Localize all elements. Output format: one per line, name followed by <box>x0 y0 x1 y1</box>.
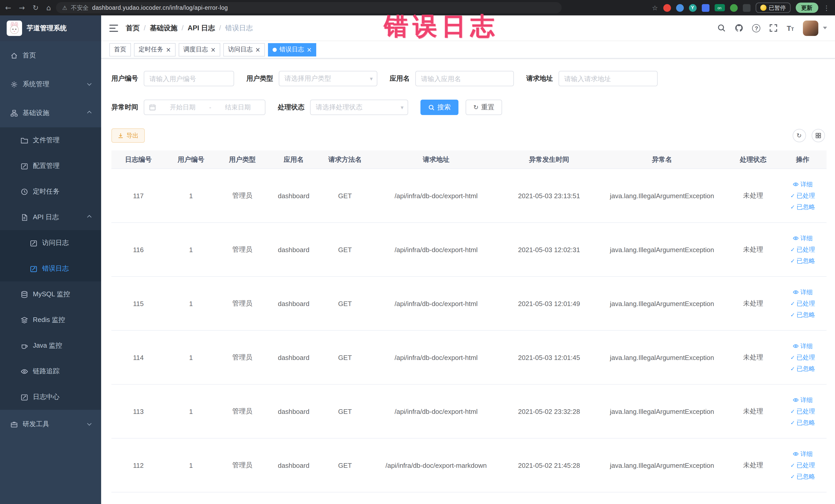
breadcrumb-home[interactable]: 首页 <box>126 23 140 33</box>
request-url-input[interactable] <box>558 71 658 86</box>
sidebar-item-link-tracing[interactable]: 链路追踪 <box>0 358 101 384</box>
mark-ignored-link[interactable]: ✓已忽略 <box>790 310 815 319</box>
reset-button[interactable]: ↻ 重置 <box>466 100 502 115</box>
sidebar-item-system-management[interactable]: 系统管理 <box>0 70 101 99</box>
browser-update-button[interactable]: 更新 <box>795 3 818 13</box>
check-icon: ✓ <box>790 258 795 264</box>
url-text: dashboard.yudao.iocoder.cn/infra/log/api… <box>92 5 228 11</box>
check-icon: ✓ <box>790 420 795 425</box>
extension-icon-on-switch[interactable]: on <box>714 4 725 11</box>
tab-home[interactable]: 首页 <box>109 43 131 56</box>
mark-ignored-link[interactable]: ✓已忽略 <box>790 257 815 265</box>
font-size-icon[interactable]: TT <box>787 24 794 32</box>
mark-processed-link[interactable]: ✓已处理 <box>790 299 815 308</box>
process-status-select[interactable]: 请选择处理状态 ▾ <box>310 100 408 115</box>
close-icon[interactable]: × <box>255 46 260 53</box>
sidebar-item-infrastructure[interactable]: 基础设施 <box>0 99 101 127</box>
mark-processed-link[interactable]: ✓已处理 <box>790 191 815 200</box>
tab-dispatch-logs[interactable]: 调度日志 × <box>179 43 220 56</box>
search-icon <box>428 104 435 110</box>
detail-link[interactable]: 详细 <box>793 396 813 404</box>
check-icon: ✓ <box>790 474 795 479</box>
extension-icon-blue-grid[interactable] <box>701 4 709 12</box>
close-icon[interactable]: × <box>166 46 171 53</box>
check-icon: ✓ <box>790 312 795 318</box>
page-content: 用户编号 用户类型 请选择用户类型 ▾ 应用名 <box>101 59 835 504</box>
detail-link[interactable]: 详细 <box>793 449 813 458</box>
detail-link[interactable]: 详细 <box>793 342 813 350</box>
help-icon[interactable]: ? <box>752 24 760 32</box>
browser-back-icon[interactable]: ← <box>5 4 11 12</box>
sidebar-item-error-logs[interactable]: 错误日志 <box>0 256 101 281</box>
sidebar-item-api-logs[interactable]: API 日志 <box>0 204 101 230</box>
eye-icon <box>793 235 799 241</box>
mark-ignored-link[interactable]: ✓已忽略 <box>790 203 815 211</box>
filter-label-user-type: 用户类型 <box>246 74 273 83</box>
sidebar-toggle-icon[interactable] <box>109 24 118 32</box>
sidebar-item-scheduled-jobs[interactable]: 定时任务 <box>0 179 101 204</box>
detail-link[interactable]: 详细 <box>793 180 813 189</box>
profile-paused-chip[interactable]: 已暂停 <box>755 3 790 13</box>
sidebar-item-java-monitor[interactable]: Java 监控 <box>0 333 101 358</box>
mark-processed-link[interactable]: ✓已处理 <box>790 461 815 469</box>
browser-menu-icon[interactable]: ⋮ <box>823 4 830 12</box>
breadcrumb-infrastructure[interactable]: 基础设施 <box>150 23 178 33</box>
address-bar[interactable]: ⚠ 不安全 dashboard.yudao.iocoder.cn/infra/l… <box>56 2 562 13</box>
sidebar-item-dev-tools[interactable]: 研发工具 <box>0 410 101 439</box>
tab-error-logs[interactable]: 错误日志 × <box>268 43 316 56</box>
browser-home-icon[interactable]: ⌂ <box>46 4 51 12</box>
mark-ignored-link[interactable]: ✓已忽略 <box>790 472 815 481</box>
extension-icon-blue-drop[interactable] <box>676 4 684 12</box>
sidebar-item-config-management[interactable]: 配置管理 <box>0 153 101 179</box>
column-settings-button[interactable] <box>811 129 825 142</box>
fullscreen-icon[interactable] <box>769 24 778 32</box>
browser-forward-icon[interactable]: → <box>19 4 25 12</box>
sidebar-item-file-management[interactable]: 文件管理 <box>0 127 101 153</box>
edit-square-icon <box>21 162 28 170</box>
layers-icon <box>21 316 28 324</box>
user-id-input[interactable] <box>144 71 234 86</box>
app-logo[interactable]: 芋道管理系统 <box>0 15 101 41</box>
exception-time-range-picker[interactable]: 开始日期 - 结束日期 <box>144 100 265 115</box>
extension-icon-red[interactable] <box>663 4 671 12</box>
mark-ignored-link[interactable]: ✓已忽略 <box>790 418 815 427</box>
search-button[interactable]: 搜索 <box>421 100 459 115</box>
mark-ignored-link[interactable]: ✓已忽略 <box>790 364 815 373</box>
tab-scheduled-jobs[interactable]: 定时任务 × <box>134 43 176 56</box>
detail-link[interactable]: 详细 <box>793 234 813 243</box>
tags-view-bar: 首页 定时任务 × 调度日志 × 访问日志 × 错误日志 × <box>101 41 835 59</box>
filter-label-exception-time: 异常时间 <box>111 103 138 112</box>
close-icon[interactable]: × <box>306 46 312 53</box>
check-icon: ✓ <box>790 204 795 210</box>
check-icon: ✓ <box>790 355 795 360</box>
eye-icon <box>793 343 799 349</box>
sidebar-item-home[interactable]: 首页 <box>0 41 101 70</box>
table-row: 113 1 管理员 dashboard GET /api/infra/db-do… <box>111 385 827 439</box>
extension-icon-green-leaf[interactable] <box>730 4 737 12</box>
sidebar-item-log-center[interactable]: 日志中心 <box>0 384 101 410</box>
document-icon <box>21 213 28 221</box>
mark-processed-link[interactable]: ✓已处理 <box>790 407 815 416</box>
detail-link[interactable]: 详细 <box>793 288 813 297</box>
user-avatar[interactable] <box>803 20 818 36</box>
close-icon[interactable]: × <box>210 46 216 53</box>
search-icon[interactable] <box>717 24 726 32</box>
mark-processed-link[interactable]: ✓已处理 <box>790 353 815 362</box>
avatar-caret-down-icon[interactable] <box>823 27 827 29</box>
tab-access-logs[interactable]: 访问日志 × <box>223 43 265 56</box>
extension-icon-dark-paw[interactable] <box>742 4 750 12</box>
refresh-list-button[interactable]: ↻ <box>792 129 806 142</box>
breadcrumb-api-logs[interactable]: API 日志 <box>188 23 215 33</box>
sidebar-item-access-logs[interactable]: 访问日志 <box>0 230 101 256</box>
extension-icon-teal-y[interactable]: Y <box>689 4 696 12</box>
browser-reload-icon[interactable]: ↻ <box>33 4 39 12</box>
mark-processed-link[interactable]: ✓已处理 <box>790 245 815 254</box>
user-type-select[interactable]: 请选择用户类型 ▾ <box>279 71 377 86</box>
sidebar-item-redis-monitor[interactable]: Redis 监控 <box>0 307 101 333</box>
filter-label-process-status: 处理状态 <box>278 103 304 112</box>
export-button[interactable]: 导出 <box>111 128 145 143</box>
sidebar-item-mysql-monitor[interactable]: MySQL 监控 <box>0 281 101 307</box>
app-name-input[interactable] <box>415 71 514 86</box>
github-icon[interactable] <box>735 24 744 32</box>
bookmark-star-icon[interactable]: ☆ <box>652 4 658 12</box>
